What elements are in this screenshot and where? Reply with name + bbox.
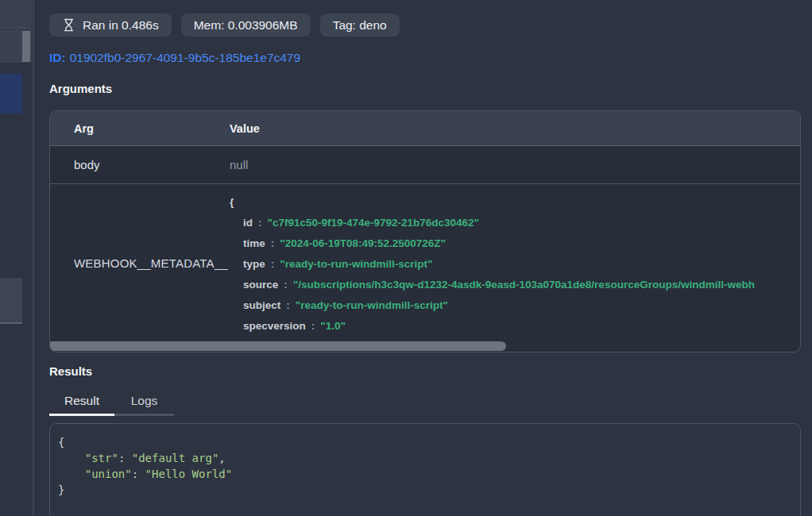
sidebar-item-selected[interactable]: [0, 74, 22, 114]
vertical-scrollbar-thumb[interactable]: [22, 31, 30, 62]
horizontal-scrollbar-track[interactable]: [50, 341, 800, 352]
json-colon: :: [311, 320, 315, 332]
hourglass-icon: [62, 18, 75, 32]
code-indent: [58, 452, 85, 464]
json-value: "ready-to-run-windmill-script": [280, 258, 432, 270]
code-line-str: "str": "default arg",: [58, 450, 792, 466]
code-value: "default arg": [132, 452, 219, 464]
results-tabs: Result Logs: [49, 391, 174, 416]
tag-badge: Tag: deno: [320, 13, 400, 37]
results-heading: Results: [49, 364, 92, 378]
memory-badge-label: Mem: 0.003906MB: [194, 18, 298, 33]
tag-badge-label: Tag: deno: [333, 18, 387, 33]
code-value: "Hello World": [145, 468, 233, 480]
json-value: "c7f91c50-9f19-474e-9792-21b76dc30462": [268, 217, 480, 229]
arg-value-body: null: [230, 158, 800, 171]
arguments-table: Arg Value body null WEBHOOK__METADATA__ …: [49, 110, 801, 352]
arguments-heading: Arguments: [49, 82, 112, 95]
job-id-value[interactable]: 01902fb0-2967-4091-9b5c-185be1e7c479: [70, 51, 300, 64]
json-entry-source: source:"/subscriptions/h3c3qw-d1232-4asd…: [243, 275, 800, 295]
json-key: subject: [243, 299, 280, 311]
code-colon: :: [132, 468, 145, 480]
column-header-arg: Arg: [50, 122, 230, 135]
sidebar-divider: [33, 0, 34, 516]
json-entry-subject: subject:"ready-to-run-windmill-script": [243, 295, 800, 316]
horizontal-scrollbar-thumb[interactable]: [50, 341, 506, 351]
sidebar-item-partial-lower[interactable]: [0, 278, 22, 324]
json-entry-time: time:"2024-06-19T08:49:52.2500726Z": [243, 233, 800, 254]
json-colon: :: [284, 279, 288, 291]
code-close-brace: }: [58, 482, 792, 498]
json-value: "1.0": [320, 320, 346, 332]
arguments-table-header: Arg Value: [50, 111, 800, 146]
json-key: specversion: [243, 320, 306, 332]
json-open-brace: {: [230, 192, 800, 213]
code-line-union: "union": "Hello World": [58, 466, 792, 482]
json-value: "2024-06-19T08:49:52.2500726Z": [280, 237, 446, 249]
code-indent: [58, 468, 85, 480]
json-value: "/subscriptions/h3c3qw-d1232-4asdk-9easd…: [293, 279, 755, 291]
duration-badge-label: Ran in 0.486s: [83, 18, 159, 33]
json-value: "ready-to-run-windmill-script": [296, 299, 448, 311]
column-header-value: Value: [230, 122, 800, 135]
json-key: source: [243, 279, 278, 291]
table-row: WEBHOOK__METADATA__ { id:"c7f91c50-9f19-…: [50, 184, 800, 341]
arg-name-webhook-metadata: WEBHOOK__METADATA__: [50, 184, 230, 341]
webhook-metadata-json-viewer: { id:"c7f91c50-9f19-474e-9792-21b76dc304…: [230, 184, 800, 341]
code-colon: :: [118, 452, 132, 464]
json-colon: :: [258, 217, 262, 229]
tab-result[interactable]: Result: [49, 391, 114, 416]
json-entry-id: id:"c7f91c50-9f19-474e-9792-21b76dc30462…: [243, 213, 800, 233]
run-info-badges: Ran in 0.486s Mem: 0.003906MB Tag: deno: [49, 13, 400, 37]
arg-name-body: body: [50, 158, 230, 171]
job-id-line: ID:01902fb0-2967-4091-9b5c-185be1e7c479: [49, 51, 300, 65]
tab-logs[interactable]: Logs: [114, 391, 174, 416]
result-code-block: { "str": "default arg", "union": "Hello …: [49, 423, 801, 516]
json-colon: :: [286, 299, 290, 311]
table-row: body null: [50, 146, 800, 184]
code-comma: ,: [218, 452, 225, 464]
code-key: "union": [85, 468, 132, 480]
job-run-detail-screen: Ran in 0.486s Mem: 0.003906MB Tag: deno …: [0, 0, 812, 516]
sidebar-item-partial-top[interactable]: [0, 0, 32, 29]
json-colon: :: [271, 258, 275, 270]
json-entry-specversion: specversion:"1.0": [243, 316, 800, 337]
job-id-label: ID:: [49, 51, 66, 64]
code-key: "str": [85, 452, 118, 464]
json-key: id: [243, 217, 253, 229]
memory-badge: Mem: 0.003906MB: [181, 13, 311, 37]
code-open-brace: {: [58, 434, 792, 450]
sidebar-clipped: [0, 0, 33, 516]
json-key: time: [243, 237, 265, 249]
json-entry-type: type:"ready-to-run-windmill-script": [243, 254, 800, 275]
json-colon: :: [271, 237, 275, 249]
duration-badge: Ran in 0.486s: [49, 13, 172, 37]
json-key: type: [243, 258, 265, 270]
